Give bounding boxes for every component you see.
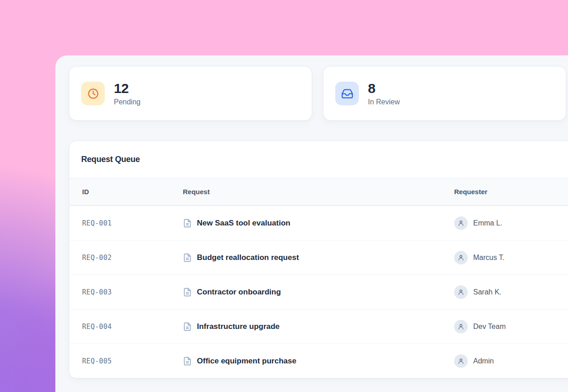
table-row[interactable]: REQ-005 Office equipment purchase Admin <box>69 343 568 378</box>
table-row[interactable]: REQ-004 Infrastructure upgrade Dev Team <box>69 309 568 343</box>
request-id: REQ-005 <box>82 357 183 365</box>
user-avatar-icon <box>454 216 468 230</box>
inbox-icon <box>335 82 359 105</box>
clock-icon <box>81 82 105 105</box>
stat-card-in-review: 8 In Review <box>323 66 566 121</box>
request-queue-card: Request Queue ID Request Requester REQ-0… <box>69 141 568 378</box>
table-row[interactable]: REQ-003 Contractor onboarding Sarah K. <box>69 274 568 309</box>
pending-label: Pending <box>114 98 141 106</box>
stats-row: 12 Pending 8 In Review <box>69 66 566 121</box>
request-title: Budget reallocation request <box>197 253 299 262</box>
requester-name: Admin <box>473 357 494 365</box>
request-id: REQ-003 <box>82 288 183 296</box>
column-header-requester: Requester <box>454 188 568 196</box>
file-text-icon <box>183 322 192 331</box>
file-text-icon <box>183 219 192 228</box>
file-text-icon <box>183 288 192 297</box>
in-review-count: 8 <box>368 81 400 97</box>
user-avatar-icon <box>454 285 468 299</box>
requester-name: Sarah K. <box>473 288 501 296</box>
request-id: REQ-002 <box>82 254 183 262</box>
column-header-id: ID <box>82 188 183 196</box>
user-avatar-icon <box>454 354 468 368</box>
request-title: Office equipment purchase <box>197 357 296 366</box>
requester-name: Dev Team <box>473 323 506 331</box>
requester-name: Marcus T. <box>473 254 504 262</box>
request-title: Contractor onboarding <box>197 288 281 297</box>
main-panel: 12 Pending 8 In Review Request Queue ID … <box>55 55 568 392</box>
stat-card-pending: 12 Pending <box>69 66 312 121</box>
request-title: New SaaS tool evaluation <box>197 219 290 228</box>
column-header-request: Request <box>183 188 454 196</box>
stat-text: 12 Pending <box>114 81 141 106</box>
requester-name: Emma L. <box>473 219 502 227</box>
table-row[interactable]: REQ-002 Budget reallocation request Marc… <box>69 240 568 274</box>
request-title: Infrastructure upgrade <box>197 322 279 331</box>
file-text-icon <box>183 253 192 262</box>
table-title-bar: Request Queue <box>69 141 568 178</box>
table-header-row: ID Request Requester <box>69 178 568 206</box>
file-text-icon <box>183 357 192 366</box>
request-id: REQ-004 <box>82 323 183 331</box>
in-review-label: In Review <box>368 98 400 106</box>
pending-count: 12 <box>114 81 141 97</box>
stat-text: 8 In Review <box>368 81 400 106</box>
user-avatar-icon <box>454 320 468 333</box>
user-avatar-icon <box>454 251 468 265</box>
request-id: REQ-001 <box>82 219 183 227</box>
page-title: Request Queue <box>81 155 140 164</box>
table-row[interactable]: REQ-001 New SaaS tool evaluation Emma L. <box>69 206 568 240</box>
